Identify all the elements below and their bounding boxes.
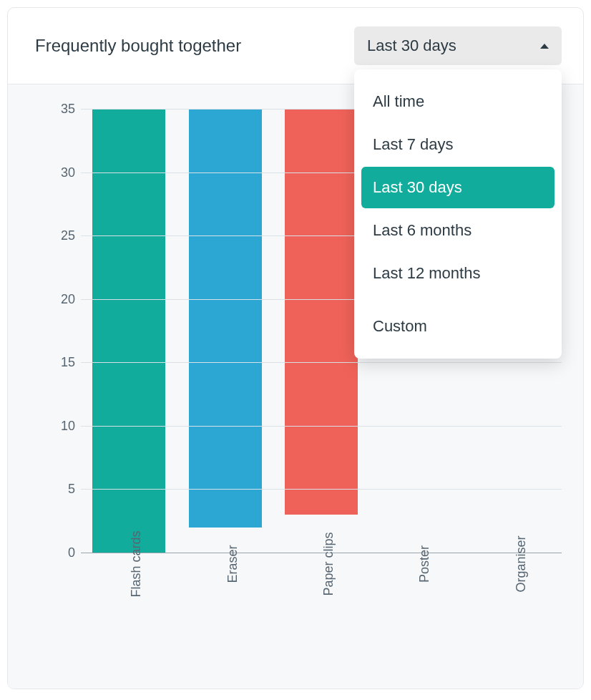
y-axis-tick-label: 5 <box>51 482 75 497</box>
grid-line <box>81 489 562 490</box>
date-range-option[interactable]: Last 30 days <box>361 167 555 208</box>
grid-line <box>81 362 562 363</box>
date-range-option[interactable]: All time <box>361 81 555 122</box>
x-axis-tick-label: Paper clips <box>273 560 369 674</box>
chart-card: Frequently bought together Last 30 days … <box>7 7 584 689</box>
date-range-button[interactable]: Last 30 days <box>354 26 562 65</box>
date-range-option[interactable]: Custom <box>361 306 555 347</box>
card-title: Frequently bought together <box>35 36 241 56</box>
date-range-option[interactable]: Last 7 days <box>361 124 555 165</box>
grid-line <box>81 426 562 427</box>
y-axis-tick-label: 30 <box>51 165 75 180</box>
bar-column <box>81 109 177 553</box>
bar-column <box>177 109 273 553</box>
y-axis-tick-label: 25 <box>51 228 75 243</box>
y-axis-tick-label: 10 <box>51 418 75 433</box>
bar[interactable] <box>92 109 165 553</box>
x-axis-tick-label: Poster <box>369 560 465 674</box>
x-axis-tick-label: Eraser <box>177 560 273 674</box>
x-axis-labels: Flash cardsEraserPaper clipsPosterOrgani… <box>81 560 562 674</box>
y-axis-tick-label: 15 <box>51 355 75 370</box>
date-range-selected-label: Last 30 days <box>367 37 456 55</box>
date-range-dropdown: Last 30 days All timeLast 7 daysLast 30 … <box>354 26 562 65</box>
y-axis-tick-label: 35 <box>51 102 75 117</box>
y-axis-tick-label: 0 <box>51 545 75 560</box>
date-range-menu: All timeLast 7 daysLast 30 daysLast 6 mo… <box>354 69 562 359</box>
x-axis-tick-label: Flash cards <box>81 560 177 674</box>
date-range-option[interactable]: Last 12 months <box>361 253 555 294</box>
y-axis-tick-label: 20 <box>51 291 75 306</box>
caret-up-icon <box>540 44 549 49</box>
bar[interactable] <box>285 109 358 515</box>
card-header: Frequently bought together Last 30 days … <box>8 8 583 84</box>
date-range-option[interactable]: Last 6 months <box>361 210 555 251</box>
x-axis-tick-label: Organiser <box>466 560 562 674</box>
